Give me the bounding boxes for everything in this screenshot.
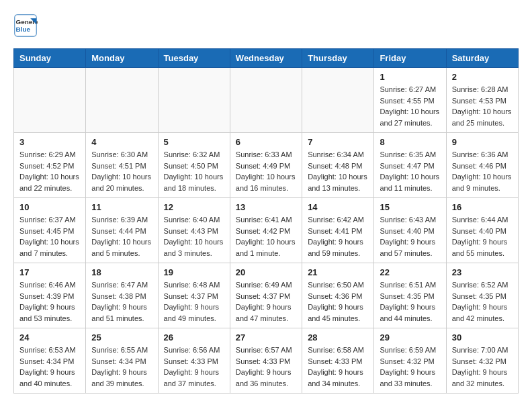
calendar-cell: 26Sunrise: 6:56 AMSunset: 4:33 PMDayligh… bbox=[158, 328, 230, 394]
calendar-cell: 23Sunrise: 6:52 AMSunset: 4:35 PMDayligh… bbox=[446, 263, 518, 328]
calendar-cell: 21Sunrise: 6:50 AMSunset: 4:36 PMDayligh… bbox=[302, 263, 374, 328]
calendar-cell: 6Sunrise: 6:33 AMSunset: 4:49 PMDaylight… bbox=[230, 133, 302, 198]
day-number: 1 bbox=[380, 72, 440, 82]
calendar-cell: 2Sunrise: 6:28 AMSunset: 4:53 PMDaylight… bbox=[446, 68, 518, 133]
day-number: 19 bbox=[164, 267, 224, 277]
day-number: 20 bbox=[236, 267, 296, 277]
calendar-cell: 17Sunrise: 6:46 AMSunset: 4:39 PMDayligh… bbox=[14, 263, 86, 328]
day-number: 10 bbox=[19, 202, 80, 212]
col-header-monday: Monday bbox=[86, 49, 158, 68]
calendar-cell bbox=[86, 68, 158, 133]
col-header-thursday: Thursday bbox=[302, 49, 374, 68]
day-number: 28 bbox=[308, 332, 368, 342]
day-info: Sunrise: 6:52 AMSunset: 4:35 PMDaylight:… bbox=[452, 279, 513, 324]
calendar-week-4: 17Sunrise: 6:46 AMSunset: 4:39 PMDayligh… bbox=[14, 263, 519, 328]
day-number: 29 bbox=[380, 332, 440, 342]
calendar-table: SundayMondayTuesdayWednesdayThursdayFrid… bbox=[13, 48, 519, 394]
calendar-cell: 27Sunrise: 6:57 AMSunset: 4:33 PMDayligh… bbox=[230, 328, 302, 394]
day-number: 6 bbox=[236, 137, 296, 147]
calendar-cell: 18Sunrise: 6:47 AMSunset: 4:38 PMDayligh… bbox=[86, 263, 158, 328]
calendar-cell: 11Sunrise: 6:39 AMSunset: 4:44 PMDayligh… bbox=[86, 198, 158, 263]
day-info: Sunrise: 6:37 AMSunset: 4:45 PMDaylight:… bbox=[19, 214, 80, 259]
calendar-cell: 14Sunrise: 6:42 AMSunset: 4:41 PMDayligh… bbox=[302, 198, 374, 263]
day-info: Sunrise: 6:50 AMSunset: 4:36 PMDaylight:… bbox=[308, 279, 368, 324]
calendar-cell: 10Sunrise: 6:37 AMSunset: 4:45 PMDayligh… bbox=[14, 198, 86, 263]
day-info: Sunrise: 6:47 AMSunset: 4:38 PMDaylight:… bbox=[91, 279, 152, 324]
calendar-cell: 8Sunrise: 6:35 AMSunset: 4:47 PMDaylight… bbox=[374, 133, 446, 198]
day-info: Sunrise: 6:44 AMSunset: 4:40 PMDaylight:… bbox=[452, 214, 513, 259]
day-number: 30 bbox=[452, 332, 513, 342]
day-number: 27 bbox=[236, 332, 296, 342]
day-info: Sunrise: 6:56 AMSunset: 4:33 PMDaylight:… bbox=[164, 345, 224, 389]
day-info: Sunrise: 6:29 AMSunset: 4:52 PMDaylight:… bbox=[19, 149, 80, 193]
calendar-cell: 3Sunrise: 6:29 AMSunset: 4:52 PMDaylight… bbox=[14, 133, 86, 198]
calendar-cell: 13Sunrise: 6:41 AMSunset: 4:42 PMDayligh… bbox=[230, 198, 302, 263]
calendar-cell: 4Sunrise: 6:30 AMSunset: 4:51 PMDaylight… bbox=[86, 133, 158, 198]
col-header-tuesday: Tuesday bbox=[158, 49, 230, 68]
calendar-cell bbox=[158, 68, 230, 133]
day-number: 12 bbox=[164, 202, 224, 212]
calendar-header-row: SundayMondayTuesdayWednesdayThursdayFrid… bbox=[14, 49, 519, 68]
day-info: Sunrise: 6:39 AMSunset: 4:44 PMDaylight:… bbox=[91, 214, 152, 259]
day-number: 16 bbox=[452, 202, 513, 212]
day-number: 15 bbox=[380, 202, 440, 212]
day-number: 7 bbox=[308, 137, 368, 147]
day-info: Sunrise: 6:34 AMSunset: 4:48 PMDaylight:… bbox=[308, 149, 368, 193]
day-info: Sunrise: 6:58 AMSunset: 4:33 PMDaylight:… bbox=[308, 345, 368, 389]
calendar-cell: 25Sunrise: 6:55 AMSunset: 4:34 PMDayligh… bbox=[86, 328, 158, 394]
page-header: General Blue bbox=[13, 13, 519, 38]
calendar-cell: 16Sunrise: 6:44 AMSunset: 4:40 PMDayligh… bbox=[446, 198, 518, 263]
col-header-sunday: Sunday bbox=[14, 49, 86, 68]
calendar-cell: 7Sunrise: 6:34 AMSunset: 4:48 PMDaylight… bbox=[302, 133, 374, 198]
day-info: Sunrise: 6:49 AMSunset: 4:37 PMDaylight:… bbox=[236, 279, 296, 324]
day-number: 22 bbox=[380, 267, 440, 277]
day-info: Sunrise: 6:33 AMSunset: 4:49 PMDaylight:… bbox=[236, 149, 296, 193]
day-number: 25 bbox=[91, 332, 152, 342]
day-info: Sunrise: 6:48 AMSunset: 4:37 PMDaylight:… bbox=[164, 279, 224, 324]
day-info: Sunrise: 6:32 AMSunset: 4:50 PMDaylight:… bbox=[164, 149, 224, 193]
calendar-cell: 30Sunrise: 7:00 AMSunset: 4:32 PMDayligh… bbox=[446, 328, 518, 394]
day-info: Sunrise: 6:36 AMSunset: 4:46 PMDaylight:… bbox=[452, 149, 513, 193]
day-info: Sunrise: 6:51 AMSunset: 4:35 PMDaylight:… bbox=[380, 279, 440, 324]
day-info: Sunrise: 6:27 AMSunset: 4:55 PMDaylight:… bbox=[380, 84, 440, 128]
day-info: Sunrise: 6:30 AMSunset: 4:51 PMDaylight:… bbox=[91, 149, 152, 193]
day-number: 13 bbox=[236, 202, 296, 212]
calendar-cell: 24Sunrise: 6:53 AMSunset: 4:34 PMDayligh… bbox=[14, 328, 86, 394]
day-number: 5 bbox=[164, 137, 224, 147]
day-number: 4 bbox=[91, 137, 152, 147]
calendar-cell bbox=[14, 68, 86, 133]
calendar-week-5: 24Sunrise: 6:53 AMSunset: 4:34 PMDayligh… bbox=[14, 328, 519, 394]
calendar-cell: 15Sunrise: 6:43 AMSunset: 4:40 PMDayligh… bbox=[374, 198, 446, 263]
calendar-week-3: 10Sunrise: 6:37 AMSunset: 4:45 PMDayligh… bbox=[14, 198, 519, 263]
calendar-week-1: 1Sunrise: 6:27 AMSunset: 4:55 PMDaylight… bbox=[14, 68, 519, 133]
calendar-week-2: 3Sunrise: 6:29 AMSunset: 4:52 PMDaylight… bbox=[14, 133, 519, 198]
day-number: 9 bbox=[452, 137, 513, 147]
calendar-cell: 19Sunrise: 6:48 AMSunset: 4:37 PMDayligh… bbox=[158, 263, 230, 328]
day-number: 23 bbox=[452, 267, 513, 277]
calendar-cell: 20Sunrise: 6:49 AMSunset: 4:37 PMDayligh… bbox=[230, 263, 302, 328]
day-info: Sunrise: 6:43 AMSunset: 4:40 PMDaylight:… bbox=[380, 214, 440, 259]
day-number: 18 bbox=[91, 267, 152, 277]
day-info: Sunrise: 6:41 AMSunset: 4:42 PMDaylight:… bbox=[236, 214, 296, 259]
col-header-friday: Friday bbox=[374, 49, 446, 68]
logo-icon: General Blue bbox=[13, 13, 38, 38]
calendar-cell: 29Sunrise: 6:59 AMSunset: 4:32 PMDayligh… bbox=[374, 328, 446, 394]
calendar-cell bbox=[230, 68, 302, 133]
calendar-cell bbox=[302, 68, 374, 133]
day-number: 8 bbox=[380, 137, 440, 147]
day-info: Sunrise: 6:55 AMSunset: 4:34 PMDaylight:… bbox=[91, 345, 152, 389]
day-info: Sunrise: 6:40 AMSunset: 4:43 PMDaylight:… bbox=[164, 214, 224, 259]
col-header-wednesday: Wednesday bbox=[230, 49, 302, 68]
day-number: 21 bbox=[308, 267, 368, 277]
calendar-cell: 5Sunrise: 6:32 AMSunset: 4:50 PMDaylight… bbox=[158, 133, 230, 198]
logo: General Blue bbox=[13, 13, 40, 38]
day-number: 26 bbox=[164, 332, 224, 342]
day-number: 2 bbox=[452, 72, 513, 82]
calendar-cell: 22Sunrise: 6:51 AMSunset: 4:35 PMDayligh… bbox=[374, 263, 446, 328]
day-number: 17 bbox=[19, 267, 80, 277]
day-info: Sunrise: 6:57 AMSunset: 4:33 PMDaylight:… bbox=[236, 345, 296, 389]
day-info: Sunrise: 7:00 AMSunset: 4:32 PMDaylight:… bbox=[452, 345, 513, 389]
svg-text:Blue: Blue bbox=[16, 26, 31, 33]
day-number: 14 bbox=[308, 202, 368, 212]
day-info: Sunrise: 6:53 AMSunset: 4:34 PMDaylight:… bbox=[19, 345, 80, 389]
